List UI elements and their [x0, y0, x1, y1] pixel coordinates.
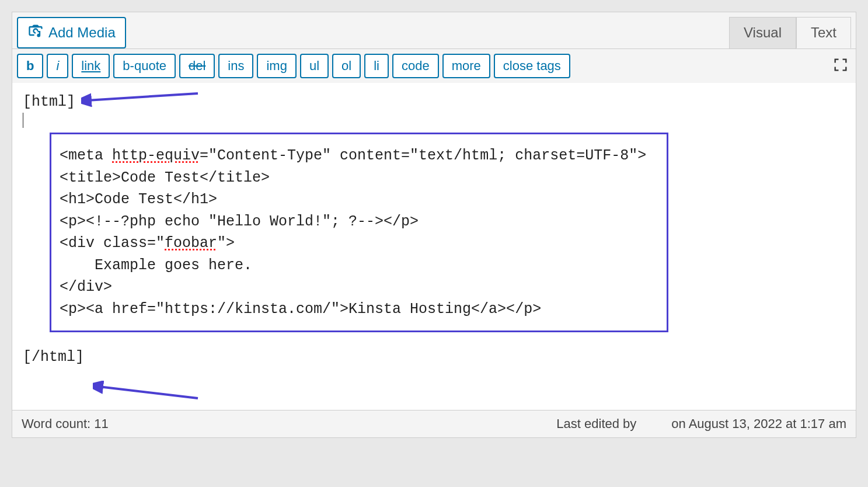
editor-content[interactable]: [html] <meta http-equiv="Content-Type" c… [12, 83, 856, 410]
qt-ul-button[interactable]: ul [300, 54, 329, 78]
qt-ins-button[interactable]: ins [218, 54, 253, 78]
code-line-9: </div> [60, 276, 658, 298]
qt-bold-button[interactable]: b [17, 54, 43, 78]
camera-music-icon [27, 23, 44, 43]
code-line-8: Example goes here. [60, 255, 658, 277]
svg-line-1 [99, 387, 198, 398]
tab-text[interactable]: Text [796, 17, 851, 48]
fullscreen-button[interactable] [830, 54, 851, 78]
qt-li-button[interactable]: li [364, 54, 389, 78]
shortcode-open-tag: [html] [23, 93, 845, 110]
quicktags-toolbar: b i link b-quote del ins img ul ol li co… [12, 48, 856, 83]
qt-bquote-button[interactable]: b-quote [113, 54, 176, 78]
qt-italic-button[interactable]: i [47, 54, 68, 78]
last-edited-by-label: Last edited by [556, 416, 636, 432]
shortcode-close-tag: [/html] [23, 349, 845, 366]
code-line-5: <h1>Code Test</h1> [60, 189, 658, 211]
status-right: Last edited by on August 13, 2022 at 1:1… [556, 416, 846, 432]
code-line-10: <p><a href="https://kinsta.com/">Kinsta … [60, 298, 658, 321]
word-count: Word count: 11 [22, 416, 109, 432]
qt-code-button[interactable]: code [392, 54, 439, 78]
qt-img-button[interactable]: img [257, 54, 296, 78]
editor-tabs: Visual Text [729, 17, 851, 48]
code-highlight-box: <meta http-equiv="Content-Type" content=… [50, 133, 668, 332]
text-cursor [23, 113, 23, 128]
annotation-arrow-bottom [93, 381, 210, 404]
code-line-6: <p><!--?php echo "Hello World!"; ?--></p… [60, 211, 658, 233]
status-bar: Word count: 11 Last edited by on August … [12, 410, 856, 437]
qt-ol-button[interactable]: ol [332, 54, 361, 78]
code-line-7: <div class="foobar"> [60, 232, 658, 255]
qt-close-tags-button[interactable]: close tags [494, 54, 570, 78]
add-media-label: Add Media [48, 25, 116, 41]
code-line-1: <meta http-equiv="Content-Type" content=… [60, 145, 658, 167]
editor-container: Add Media Visual Text b i link b-quote d… [12, 12, 856, 438]
qt-link-button[interactable]: link [72, 54, 110, 78]
code-line-2: <title>Code Test</title> [60, 167, 658, 189]
fullscreen-icon [832, 65, 849, 75]
last-edited-on: on August 13, 2022 at 1:17 am [671, 416, 846, 432]
qt-more-button[interactable]: more [442, 54, 490, 78]
tab-visual[interactable]: Visual [729, 17, 796, 48]
top-bar: Add Media Visual Text [12, 12, 856, 48]
qt-del-button[interactable]: del [179, 54, 215, 78]
add-media-button[interactable]: Add Media [17, 17, 126, 48]
quicktags-buttons: b i link b-quote del ins img ul ol li co… [17, 54, 570, 78]
